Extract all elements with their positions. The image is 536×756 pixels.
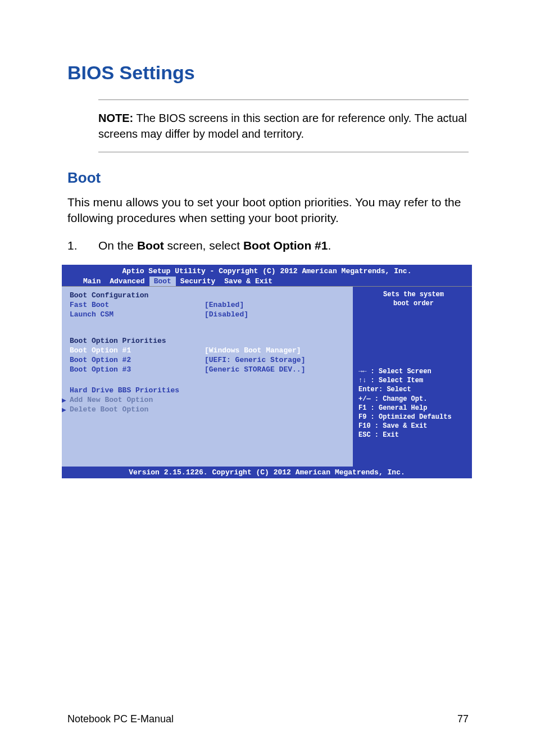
- bios-body: Boot Configuration Fast Boot [Enabled] L…: [62, 286, 472, 467]
- bios-tab-main[interactable]: Main: [79, 277, 105, 286]
- triangle-right-icon: ▶: [62, 396, 66, 405]
- bios-help-line-6: F10 : Save & Exit: [358, 422, 469, 431]
- step-bold-1: Boot: [137, 239, 164, 252]
- bios-boot-opt2-label: Boot Option #2: [70, 356, 205, 364]
- intro-paragraph: This menu allows you to set your boot op…: [67, 194, 469, 227]
- bios-hdd-bbs[interactable]: Hard Drive BBS Priorities: [70, 386, 346, 395]
- bios-boot-opt3-label: Boot Option #3: [70, 365, 205, 374]
- bios-tab-boot[interactable]: Boot: [149, 277, 176, 286]
- triangle-right-icon: ▶: [62, 405, 66, 414]
- bios-boot-opt1-value: [Windows Boot Manager]: [205, 346, 301, 355]
- bios-boot-option-2[interactable]: Boot Option #2 [UEFI: Generic Storage]: [70, 356, 346, 364]
- bios-boot-option-3[interactable]: Boot Option #3 [Generic STORAGE DEV..]: [70, 365, 346, 374]
- bios-fast-boot-label: Fast Boot: [70, 301, 205, 309]
- bios-fast-boot-value: [Enabled]: [205, 301, 244, 309]
- bios-boot-opt2-value: [UEFI: Generic Storage]: [205, 356, 305, 364]
- bios-delete-label: Delete Boot Option: [70, 405, 148, 414]
- bios-tab-advanced[interactable]: Advanced: [105, 277, 149, 286]
- bios-help-top1: Sets the system: [358, 290, 469, 299]
- note-box: NOTE: The BIOS screens in this section a…: [98, 99, 469, 152]
- bios-help-line-1: ↑↓ : Select Item: [358, 376, 469, 385]
- bios-help-line-5: F9 : Optimized Defaults: [358, 413, 469, 422]
- bios-boot-opt3-value: [Generic STORAGE DEV..]: [205, 365, 305, 374]
- bios-delete-boot-option[interactable]: ▶ Delete Boot Option: [70, 405, 346, 414]
- bios-launch-csm-label: Launch CSM: [70, 310, 205, 319]
- bios-boot-opt1-label: Boot Option #1: [70, 346, 205, 355]
- bios-launch-csm[interactable]: Launch CSM [Disabled]: [70, 310, 346, 319]
- bios-add-boot-option[interactable]: ▶ Add New Boot Option: [70, 396, 346, 404]
- step-number: 1.: [67, 239, 98, 252]
- step-text: On the Boot screen, select Boot Option #…: [98, 239, 469, 252]
- bios-panel: Aptio Setup Utility - Copyright (C) 2012…: [62, 265, 472, 478]
- page-title: BIOS Settings: [67, 62, 469, 84]
- step-post: .: [328, 239, 331, 252]
- step-pre: On the: [98, 239, 137, 252]
- bios-priorities-heading: Boot Option Priorities: [70, 337, 346, 345]
- step-bold-2: Boot Option #1: [243, 239, 328, 252]
- bios-help-pane: Sets the system boot order →← : Select S…: [354, 287, 472, 467]
- bios-boot-option-1[interactable]: Boot Option #1 [Windows Boot Manager]: [70, 346, 346, 355]
- bios-footer: Version 2.15.1226. Copyright (C) 2012 Am…: [62, 467, 472, 478]
- bios-tab-save-exit[interactable]: Save & Exit: [220, 277, 277, 286]
- bios-header-text: Aptio Setup Utility - Copyright (C) 2012…: [62, 267, 472, 275]
- section-heading-boot: Boot: [67, 169, 469, 187]
- bios-hdd-bbs-label: Hard Drive BBS Priorities: [70, 386, 179, 395]
- bios-left-pane: Boot Configuration Fast Boot [Enabled] L…: [62, 287, 354, 467]
- bios-help-top2: boot order: [358, 299, 469, 308]
- note-text: The BIOS screens in this section are for…: [98, 112, 467, 140]
- footer-left: Notebook PC E-Manual: [67, 713, 174, 725]
- note-label: NOTE:: [98, 112, 133, 124]
- bios-tabs: Main Advanced Boot Security Save & Exit: [62, 277, 472, 286]
- bios-boot-config-heading: Boot Configuration: [70, 291, 346, 300]
- bios-header: Aptio Setup Utility - Copyright (C) 2012…: [62, 265, 472, 286]
- bios-launch-csm-value: [Disabled]: [205, 310, 248, 319]
- bios-fast-boot[interactable]: Fast Boot [Enabled]: [70, 301, 346, 309]
- bios-help-line-4: F1 : General Help: [358, 404, 469, 413]
- bios-help-line-0: →← : Select Screen: [358, 367, 469, 376]
- bios-tab-security[interactable]: Security: [176, 277, 220, 286]
- bios-help-line-7: ESC : Exit: [358, 431, 469, 440]
- bios-add-label: Add New Boot Option: [70, 396, 153, 404]
- footer-page-number: 77: [457, 713, 469, 725]
- step-1: 1. On the Boot screen, select Boot Optio…: [67, 239, 469, 252]
- page-footer: Notebook PC E-Manual 77: [67, 713, 469, 725]
- bios-help-line-2: Enter: Select: [358, 385, 469, 394]
- bios-help-line-3: +/— : Change Opt.: [358, 395, 469, 404]
- step-mid: screen, select: [164, 239, 243, 252]
